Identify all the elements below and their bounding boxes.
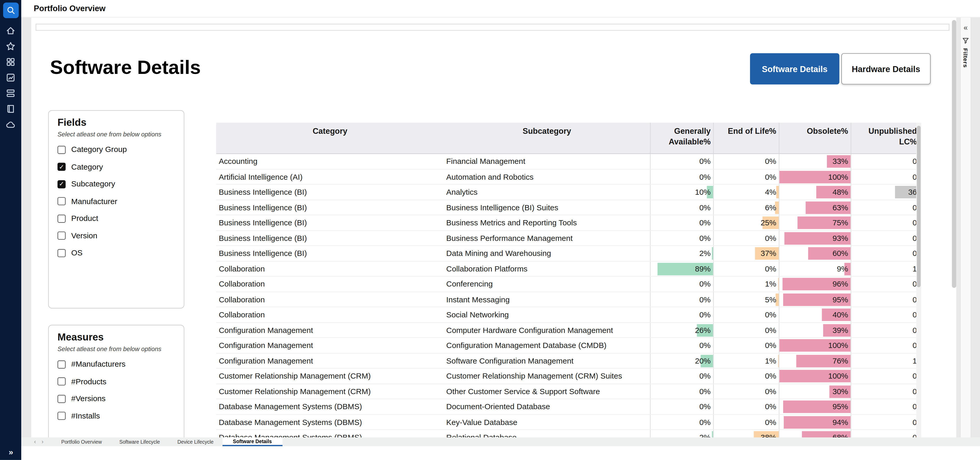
notebook-icon[interactable]	[6, 104, 16, 114]
column-header-category[interactable]: Category	[216, 123, 444, 153]
app-title: Portfolio Overview	[33, 4, 105, 13]
pipelines-icon[interactable]	[6, 88, 16, 98]
table-row[interactable]: Database Management Systems (DBMS)Key-Va…	[216, 415, 916, 430]
cell-category: Configuration Management	[216, 338, 444, 353]
hardware-details-button[interactable]: Hardware Details	[841, 53, 931, 85]
page-scrollbar[interactable]	[952, 20, 956, 435]
cell-value-label: 48%	[832, 188, 851, 196]
column-header-subcategory[interactable]: Subcategory	[444, 123, 650, 153]
table-row[interactable]: Customer Relationship Management (CRM)Ot…	[216, 384, 916, 399]
tabs-prev-button[interactable]: ‹	[31, 438, 39, 446]
cell-value: 68%	[779, 430, 851, 438]
cell-value-label: 0%	[699, 341, 713, 350]
cell-value: 0	[851, 415, 916, 430]
cell-category: Business Intelligence (BI)	[216, 185, 444, 200]
cell-value: 0%	[713, 369, 779, 383]
cell-value-label: 0%	[699, 418, 713, 426]
page-scrollbar-thumb[interactable]	[952, 20, 956, 288]
checkbox[interactable]	[57, 249, 65, 257]
cell-value: 38%	[713, 430, 779, 438]
measure-option-versions[interactable]: #Versions	[57, 394, 175, 403]
measure-option-products[interactable]: #Products	[57, 377, 175, 386]
field-option-label: OS	[71, 248, 83, 257]
table-row[interactable]: CollaborationCollaboration Platforms89%0…	[216, 261, 916, 277]
expand-nav-button[interactable]: »	[0, 447, 21, 457]
checkbox[interactable]	[57, 232, 65, 240]
table-row[interactable]: CollaborationInstant Messaging0%5%95%0	[216, 292, 916, 307]
cell-value-label: 63%	[832, 203, 851, 212]
checkbox[interactable]	[57, 412, 65, 420]
table-row[interactable]: Business Intelligence (BI)Business Perfo…	[216, 230, 916, 246]
table-scrollbar-thumb[interactable]	[917, 126, 920, 287]
field-option-product[interactable]: Product	[57, 214, 175, 223]
cell-value-label: 89%	[695, 265, 713, 273]
table-row[interactable]: Configuration ManagementComputer Hardwar…	[216, 323, 916, 338]
column-header-obsolete[interactable]: Obsolete%	[779, 123, 851, 153]
cell-value: 33%	[779, 154, 851, 169]
table-row[interactable]: Business Intelligence (BI)Business Intel…	[216, 200, 916, 215]
checkbox[interactable]	[57, 145, 65, 153]
checkbox[interactable]	[57, 197, 65, 205]
field-option-label: Manufacturer	[71, 197, 117, 206]
table-row[interactable]: Customer Relationship Management (CRM)Cu…	[216, 369, 916, 384]
collapse-filters-button[interactable]: «	[963, 24, 967, 31]
measure-option-installs[interactable]: #Installs	[57, 412, 175, 420]
cell-value: 30%	[779, 384, 851, 399]
measure-option-label: #Manufacturers	[71, 360, 126, 369]
apps-icon[interactable]	[6, 57, 16, 67]
table-row[interactable]: CollaborationConferencing0%1%96%0	[216, 277, 916, 292]
software-details-button[interactable]: Software Details	[750, 53, 839, 85]
column-header-unpublished-lc[interactable]: Unpublished LC%	[851, 123, 916, 153]
measure-option-manufacturers[interactable]: #Manufacturers	[57, 360, 175, 369]
checkbox[interactable]	[57, 395, 65, 403]
table-row[interactable]: Database Management Systems (DBMS)Docume…	[216, 399, 916, 415]
cell-value-label: 0%	[699, 280, 713, 289]
star-icon[interactable]	[6, 41, 16, 51]
table-row[interactable]: Business Intelligence (BI)Data Mining an…	[216, 246, 916, 261]
field-option-subcategory[interactable]: ✓Subcategory	[57, 180, 175, 188]
cell-value-label: 0	[913, 203, 916, 212]
home-icon[interactable]	[6, 26, 16, 36]
cell-value-label: 10%	[695, 188, 713, 196]
checkbox[interactable]: ✓	[57, 180, 65, 188]
table-scrollbar[interactable]	[916, 123, 921, 438]
checkbox[interactable]: ✓	[57, 163, 65, 171]
tab-portfolio-overview[interactable]: Portfolio Overview	[52, 438, 111, 446]
field-option-manufacturer[interactable]: Manufacturer	[57, 197, 175, 206]
report-canvas: Software Details Software Details Hardwa…	[31, 18, 956, 438]
field-option-category-group[interactable]: Category Group	[57, 145, 175, 154]
tab-software-lifecycle[interactable]: Software Lifecycle	[111, 438, 169, 446]
tab-software-details[interactable]: Software Details	[222, 438, 282, 446]
search-icon[interactable]	[3, 3, 18, 18]
table-row[interactable]: Business Intelligence (BI)Business Metri…	[216, 215, 916, 230]
cell-value: 25%	[713, 215, 779, 230]
field-option-label: Subcategory	[71, 180, 115, 188]
tab-device-lifecycle[interactable]: Device Lifecycle	[169, 438, 222, 446]
field-option-category[interactable]: ✓Category	[57, 162, 175, 171]
cell-value: 0%	[650, 307, 713, 322]
table-row[interactable]: Artificial Intelligence (AI)Automation a…	[216, 169, 916, 185]
tabs-next-button[interactable]: ›	[39, 438, 46, 446]
column-header-generally-available[interactable]: Generally Available%	[650, 123, 713, 153]
column-header-end-of-life[interactable]: End of Life%	[713, 123, 779, 153]
table-row[interactable]: CollaborationSocial Networking0%0%40%0	[216, 307, 916, 323]
cell-value: 95%	[779, 399, 851, 414]
cell-value: 0%	[650, 215, 713, 230]
checkbox[interactable]	[57, 377, 65, 385]
metrics-icon[interactable]	[6, 73, 16, 83]
table-row[interactable]: Database Management Systems (DBMS)Relati…	[216, 430, 916, 438]
table-row[interactable]: Configuration ManagementSoftware Configu…	[216, 353, 916, 369]
cloud-icon[interactable]	[6, 120, 16, 129]
table-row[interactable]: Configuration ManagementConfiguration Ma…	[216, 338, 916, 353]
table-row[interactable]: AccountingFinancial Management0%0%33%0	[216, 154, 916, 169]
field-option-label: Category Group	[71, 145, 127, 154]
checkbox[interactable]	[57, 360, 65, 368]
field-option-version[interactable]: Version	[57, 231, 175, 240]
field-option-os[interactable]: OS	[57, 248, 175, 257]
cell-value-label: 100%	[828, 372, 851, 381]
checkbox[interactable]	[57, 214, 65, 222]
cell-value: 0%	[713, 169, 779, 184]
measure-option-label: #Versions	[71, 394, 106, 403]
table-row[interactable]: Business Intelligence (BI)Analytics10%4%…	[216, 185, 916, 200]
cell-value: 37%	[713, 246, 779, 260]
